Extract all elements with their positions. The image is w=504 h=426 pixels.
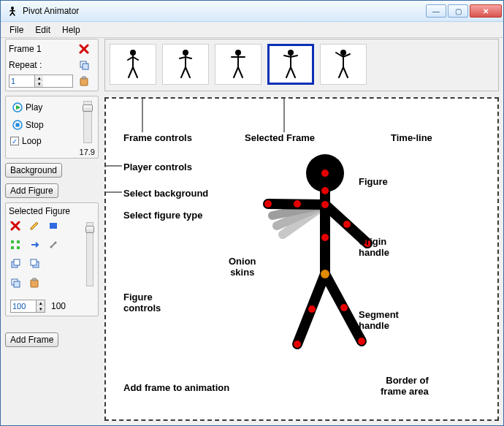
loop-checkbox[interactable]: ✓: [10, 137, 19, 145]
edit-figure-icon[interactable]: [28, 219, 41, 232]
timeline-frame[interactable]: [215, 44, 261, 85]
svg-rect-11: [11, 246, 14, 249]
svg-point-32: [294, 200, 301, 208]
main-figure[interactable]: [230, 150, 420, 362]
player-panel: Play Stop ✓ Loop 17.9: [5, 96, 99, 159]
delete-figure-icon[interactable]: [9, 219, 22, 232]
stop-button[interactable]: Stop: [10, 118, 46, 132]
color-figure-icon[interactable]: [47, 219, 60, 232]
play-button[interactable]: Play: [10, 101, 45, 114]
frame-area[interactable]: Frame controls Selected Frame Time-line …: [104, 97, 499, 421]
timeline-frame[interactable]: [320, 44, 367, 85]
annot-timeline: Time-line: [391, 132, 432, 143]
repeat-spinner[interactable]: ▴▾: [9, 75, 73, 88]
copy-frame-icon[interactable]: [77, 58, 91, 72]
figure-scale-input[interactable]: [11, 302, 36, 311]
svg-point-26: [288, 50, 294, 56]
paste-figure-icon[interactable]: [28, 276, 41, 289]
svg-point-14: [54, 241, 56, 243]
repeat-label: Repeat :: [9, 60, 73, 70]
join-figure-icon[interactable]: [47, 238, 60, 251]
figure-scale-readout: 100: [51, 301, 66, 311]
svg-rect-4: [83, 77, 85, 79]
svg-rect-18: [31, 259, 37, 265]
svg-rect-16: [14, 259, 20, 265]
figure-scale-thumb[interactable]: [85, 226, 94, 233]
play-label: Play: [26, 102, 42, 113]
svg-point-31: [321, 201, 329, 208]
scale-down[interactable]: ▾: [36, 306, 45, 312]
scale-up[interactable]: ▴: [36, 300, 45, 306]
loop-label: Loop: [22, 136, 42, 146]
svg-point-24: [183, 50, 188, 56]
svg-rect-7: [16, 123, 20, 127]
raise-figure-icon[interactable]: [9, 257, 22, 270]
add-figure-button[interactable]: Add Figure: [5, 183, 58, 198]
svg-point-37: [321, 270, 329, 278]
timeline[interactable]: [104, 39, 499, 91]
svg-rect-8: [50, 223, 57, 229]
frame-label: Frame 1: [9, 44, 73, 54]
annot-selected-frame: Selected Frame: [245, 132, 315, 143]
menu-edit[interactable]: Edit: [29, 23, 56, 37]
delete-frame-icon[interactable]: [77, 42, 91, 56]
svg-rect-10: [17, 240, 20, 243]
repeat-down[interactable]: ▾: [34, 81, 43, 87]
svg-rect-20: [14, 281, 20, 287]
svg-point-36: [321, 234, 329, 241]
svg-point-35: [364, 240, 371, 247]
repeat-up[interactable]: ▴: [34, 75, 43, 81]
annot-border: Border of frame area: [381, 375, 429, 397]
timeline-frame[interactable]: [110, 44, 156, 85]
window-buttons: — ▢ ✕: [424, 4, 502, 18]
figure-tools-grid: [9, 219, 95, 292]
selected-figure-header: Selected Figure: [9, 206, 95, 216]
annot-frame-controls: Frame controls: [123, 132, 192, 143]
svg-point-41: [358, 338, 365, 345]
timeline-frame-selected[interactable]: [267, 44, 314, 85]
svg-rect-2: [83, 64, 88, 69]
svg-point-27: [340, 50, 346, 56]
maximize-button[interactable]: ▢: [448, 4, 468, 18]
app-icon: [7, 5, 18, 17]
flip-figure-icon[interactable]: [28, 238, 41, 251]
svg-rect-9: [11, 240, 14, 243]
svg-rect-22: [33, 278, 36, 281]
annot-select-background: Select background: [123, 188, 208, 199]
copy-figure-icon[interactable]: [9, 276, 22, 289]
annot-player-controls: Player controls: [123, 161, 192, 172]
svg-point-25: [235, 50, 241, 56]
repeat-input[interactable]: [9, 77, 34, 85]
speed-slider[interactable]: [83, 101, 92, 143]
frame-controls-panel: Frame 1 Repeat : ▴▾: [5, 39, 99, 91]
canvas-wrap: Frame controls Selected Frame Time-line …: [104, 97, 499, 421]
stop-label: Stop: [26, 120, 44, 130]
window-title: Pivot Animator: [23, 6, 424, 16]
annot-add-frame: Add frame to animation: [123, 382, 229, 393]
client-area: Frame 1 Repeat : ▴▾: [5, 39, 499, 421]
svg-rect-12: [17, 246, 20, 249]
figure-scale-spinner[interactable]: ▴▾: [10, 300, 45, 313]
speed-slider-thumb[interactable]: [83, 104, 93, 112]
lower-figure-icon[interactable]: [28, 257, 41, 270]
background-button[interactable]: Background: [5, 163, 62, 178]
app-window: Pivot Animator — ▢ ✕ File Edit Help Fram…: [0, 0, 504, 426]
menubar: File Edit Help: [1, 22, 503, 38]
menu-help[interactable]: Help: [56, 23, 86, 37]
add-frame-button[interactable]: Add Frame: [5, 332, 58, 347]
menu-file[interactable]: File: [4, 23, 29, 37]
close-button[interactable]: ✕: [470, 4, 502, 18]
figure-scale-slider[interactable]: [86, 222, 93, 286]
annot-select-figure-type: Select figure type: [123, 210, 202, 221]
svg-point-39: [294, 341, 301, 348]
timeline-frame[interactable]: [162, 44, 209, 85]
svg-point-23: [130, 50, 136, 56]
titlebar: Pivot Animator — ▢ ✕: [1, 1, 503, 22]
svg-point-38: [308, 305, 316, 313]
svg-point-29: [321, 170, 329, 177]
center-figure-icon[interactable]: [9, 238, 22, 251]
annot-figure-controls: Figure controls: [123, 292, 161, 313]
paste-frame-icon[interactable]: [77, 75, 91, 88]
selected-figure-panel: Selected Figure: [5, 202, 99, 316]
minimize-button[interactable]: —: [426, 4, 446, 18]
